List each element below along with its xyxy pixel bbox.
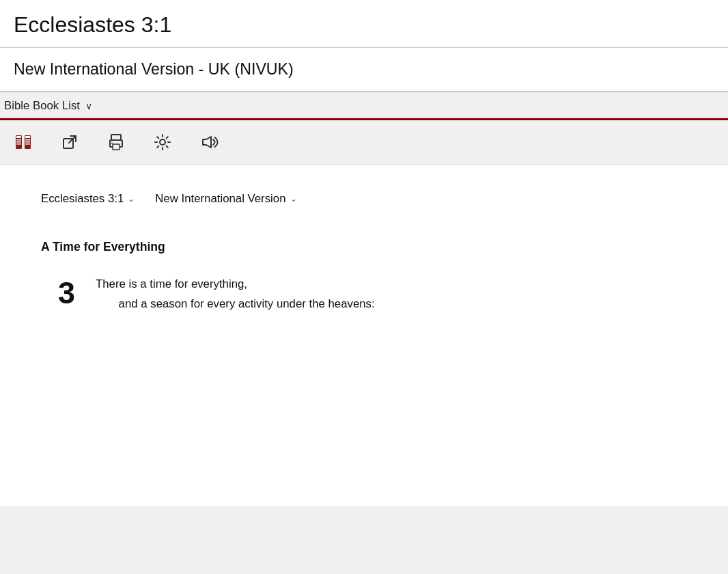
version-ref-label: New International Version: [155, 192, 285, 206]
verse-line-1: There is a time for everything,: [96, 275, 375, 295]
svg-rect-6: [25, 136, 30, 138]
verse-text: There is a time for everything, and a se…: [96, 275, 375, 314]
title-row: Ecclesiastes 3:1: [0, 0, 728, 48]
svg-rect-8: [25, 141, 30, 143]
svg-marker-16: [203, 137, 211, 148]
content-nav: Ecclesiastes 3:1 ⌄ New International Ver…: [41, 192, 687, 206]
version-row: New International Version - UK (NIVUK): [0, 48, 728, 92]
compare-button[interactable]: [14, 133, 33, 152]
passage-chevron-icon: ⌄: [128, 194, 135, 204]
book-list-row[interactable]: Bible Book List ∨: [0, 92, 728, 120]
content-area: Ecclesiastes 3:1 ⌄ New International Ver…: [0, 165, 728, 506]
version-selector[interactable]: New International Version ⌄: [155, 192, 296, 206]
verse-row: 3 There is a time for everything, and a …: [41, 275, 687, 314]
version-chevron-icon: ⌄: [290, 194, 297, 204]
top-bar: Ecclesiastes 3:1 New International Versi…: [0, 0, 728, 92]
print-button[interactable]: [107, 133, 126, 152]
page-title: Ecclesiastes 3:1: [14, 12, 171, 37]
svg-rect-3: [16, 141, 21, 143]
svg-rect-13: [113, 144, 120, 150]
passage-selector[interactable]: Ecclesiastes 3:1 ⌄: [41, 192, 135, 206]
toolbar: [0, 120, 728, 165]
svg-point-14: [111, 143, 113, 144]
svg-rect-9: [25, 144, 30, 145]
svg-rect-7: [25, 139, 30, 141]
svg-rect-4: [16, 144, 21, 145]
svg-rect-11: [111, 135, 121, 140]
passage-ref-label: Ecclesiastes 3:1: [41, 192, 124, 206]
book-list-label: Bible Book List: [4, 99, 80, 113]
section-heading: A Time for Everything: [41, 240, 687, 254]
verse-number: 3: [41, 275, 75, 308]
verse-line-2: and a season for every activity under th…: [96, 295, 375, 314]
external-link-button[interactable]: [60, 133, 79, 152]
version-label: New International Version - UK (NIVUK): [14, 60, 294, 78]
svg-rect-2: [16, 139, 21, 141]
svg-rect-1: [16, 136, 21, 138]
audio-button[interactable]: [199, 133, 219, 152]
settings-button[interactable]: [153, 133, 172, 152]
svg-point-15: [160, 139, 165, 145]
chevron-down-icon: ∨: [85, 100, 92, 111]
